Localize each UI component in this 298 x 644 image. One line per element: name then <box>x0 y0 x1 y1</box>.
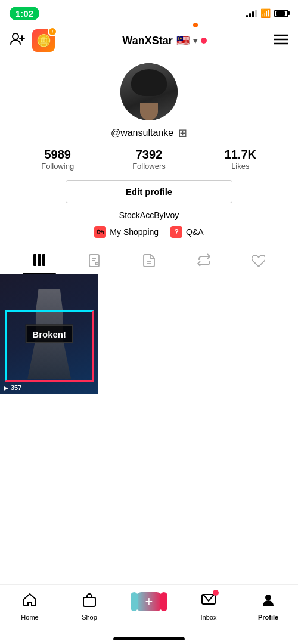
tab-liked[interactable] <box>231 247 286 273</box>
tab-grid[interactable] <box>12 247 67 273</box>
bio-text: StockAccByIvoy <box>119 210 179 220</box>
following-label: Following <box>41 162 74 171</box>
coins-emoji: 🪙 <box>36 33 51 48</box>
svg-rect-7 <box>38 254 41 266</box>
stats-row: 5989 Following 7392 Followers 11.7K Like… <box>12 148 286 171</box>
stat-following[interactable]: 5989 Following <box>12 148 103 171</box>
status-bar: 1:02 📶 <box>0 0 298 24</box>
dropdown-icon[interactable]: ▾ <box>193 36 197 45</box>
svg-point-0 <box>13 33 18 39</box>
qr-icon[interactable]: ⊞ <box>178 126 187 140</box>
video-grid: Broken! ▶ 357 <box>0 273 298 395</box>
profile-section: @wansultanke ⊞ 5989 Following 7392 Follo… <box>0 57 298 273</box>
username-row: @wansultanke ⊞ <box>111 126 187 140</box>
avatar <box>120 63 178 120</box>
svg-rect-8 <box>42 254 45 266</box>
profile-nav-icon <box>260 592 276 611</box>
qa-icon: ? <box>170 226 182 238</box>
hamburger-menu[interactable] <box>274 33 288 48</box>
header-title: WanXStar 🇲🇾 ▾ <box>122 34 206 47</box>
coins-icon[interactable]: 🪙 ! <box>32 29 55 52</box>
shopping-icon: 🛍 <box>94 226 106 238</box>
username-display: WanXStar <box>122 35 172 47</box>
nav-home[interactable]: Home <box>0 590 60 621</box>
nav-inbox-label: Inbox <box>201 614 217 621</box>
edit-profile-button[interactable]: Edit profile <box>66 180 232 203</box>
qa-label: Q&A <box>186 227 204 237</box>
add-button[interactable]: + <box>135 592 163 611</box>
tab-repost[interactable] <box>176 247 231 273</box>
action-links: 🛍 My Shopping ? Q&A <box>94 226 203 238</box>
battery-icon <box>274 10 288 17</box>
avatar-neck <box>140 103 158 120</box>
home-icon <box>22 592 38 611</box>
nav-shop[interactable]: Shop <box>60 590 119 621</box>
followers-count: 7392 <box>136 148 163 162</box>
shop-icon <box>82 592 97 611</box>
profile-handle: @wansultanke <box>111 128 173 138</box>
video-title-label: Broken! <box>25 325 73 343</box>
nav-home-label: Home <box>21 614 38 621</box>
bottom-nav: Home Shop + Inbox <box>0 584 298 644</box>
svg-rect-6 <box>33 254 36 266</box>
likes-count: 11.7K <box>225 148 256 162</box>
svg-point-15 <box>265 595 271 600</box>
content-spacer <box>0 395 298 454</box>
header: 🪙 ! WanXStar 🇲🇾 ▾ <box>0 24 298 57</box>
qa-link[interactable]: ? Q&A <box>170 226 204 238</box>
flag-emoji: 🇲🇾 <box>176 34 190 47</box>
stat-followers[interactable]: 7392 Followers <box>103 148 194 171</box>
svg-rect-14 <box>83 597 95 606</box>
header-left: 🪙 ! <box>10 29 55 52</box>
signal-icon <box>246 9 257 17</box>
verified-dot <box>201 38 207 44</box>
notification-dot <box>193 23 198 27</box>
video-overlay: ▶ 357 <box>0 382 98 394</box>
nav-profile-label: Profile <box>258 614 278 621</box>
play-icon: ▶ <box>4 385 8 391</box>
inbox-badge <box>213 590 219 596</box>
inbox-icon <box>201 592 216 611</box>
tab-archive[interactable] <box>67 247 122 273</box>
add-user-icon[interactable] <box>10 31 25 50</box>
coins-badge: ! <box>48 27 57 36</box>
content-tabs <box>12 247 286 273</box>
wifi-icon: 📶 <box>260 8 271 18</box>
avatar-image <box>120 63 178 120</box>
stat-likes[interactable]: 11.7K Likes <box>195 148 286 171</box>
play-count: 357 <box>11 384 21 391</box>
avatar-hair <box>131 69 167 96</box>
nav-inbox[interactable]: Inbox <box>179 590 238 621</box>
likes-label: Likes <box>231 162 249 171</box>
shopping-link[interactable]: 🛍 My Shopping <box>94 226 159 238</box>
nav-profile[interactable]: Profile <box>238 590 298 621</box>
following-count: 5989 <box>44 148 71 162</box>
tab-shared[interactable] <box>122 247 176 273</box>
status-icons: 📶 <box>246 8 288 18</box>
video-thumbnail[interactable]: Broken! ▶ 357 <box>0 274 98 394</box>
followers-label: Followers <box>132 162 166 171</box>
nav-add[interactable]: + <box>119 590 179 614</box>
plus-icon: + <box>145 594 153 609</box>
status-time: 1:02 <box>10 7 39 20</box>
shopping-label: My Shopping <box>110 227 159 237</box>
nav-shop-label: Shop <box>82 614 97 621</box>
home-bar <box>113 637 185 640</box>
